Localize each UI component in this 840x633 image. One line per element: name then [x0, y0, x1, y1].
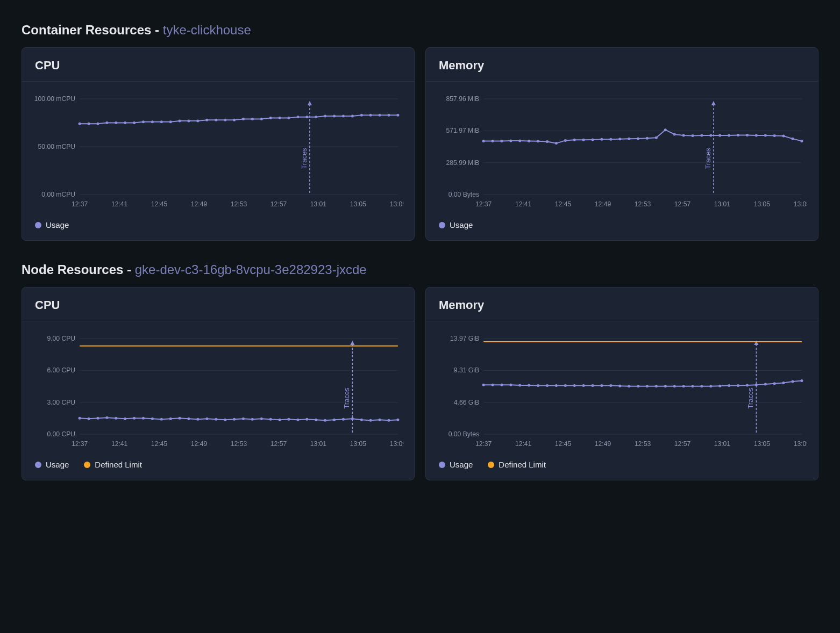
svg-point-197: [618, 385, 621, 387]
svg-point-75: [509, 140, 512, 142]
panel-container_mem: Memory 0.00 Bytes285.99 MiB571.97 MiB857…: [425, 47, 818, 241]
svg-point-42: [305, 116, 308, 118]
svg-point-50: [378, 114, 381, 117]
svg-text:Traces: Traces: [300, 148, 308, 169]
legend-item-usage[interactable]: Usage: [35, 220, 69, 229]
svg-point-183: [492, 384, 494, 386]
svg-text:571.97 MiB: 571.97 MiB: [446, 127, 479, 134]
legend: Usage: [426, 215, 818, 240]
chart-node_mem[interactable]: 0.00 Bytes4.66 GiB9.31 GiB13.97 GiB12:37…: [426, 321, 818, 455]
legend-item-usage[interactable]: Usage: [35, 460, 69, 469]
limit-swatch-icon: [84, 462, 90, 468]
svg-point-210: [737, 384, 739, 387]
svg-text:4.66 GiB: 4.66 GiB: [454, 399, 479, 406]
svg-point-155: [333, 419, 336, 421]
svg-point-29: [187, 119, 190, 122]
svg-text:Traces: Traces: [343, 387, 351, 409]
svg-point-26: [160, 120, 163, 123]
svg-text:13:05: 13:05: [350, 440, 367, 448]
svg-point-186: [518, 384, 521, 386]
svg-point-130: [105, 416, 108, 419]
svg-point-88: [628, 138, 630, 140]
svg-point-36: [251, 118, 254, 120]
svg-point-32: [215, 119, 217, 121]
svg-point-99: [728, 134, 730, 137]
svg-point-191: [564, 384, 567, 387]
svg-text:12:53: 12:53: [231, 200, 247, 208]
chart-container_mem[interactable]: 0.00 Bytes285.99 MiB571.97 MiB857.96 MiB…: [426, 82, 818, 215]
svg-point-142: [215, 418, 217, 421]
svg-point-85: [600, 138, 603, 141]
svg-point-97: [709, 134, 712, 137]
svg-point-204: [682, 385, 685, 387]
svg-point-206: [700, 385, 703, 387]
svg-text:13:05: 13:05: [754, 200, 771, 208]
svg-point-200: [646, 385, 649, 387]
svg-point-80: [555, 142, 558, 145]
panel-header: Memory: [426, 287, 818, 321]
legend-item-limit[interactable]: Defined Limit: [84, 460, 142, 469]
svg-text:12:57: 12:57: [270, 200, 287, 208]
svg-text:12:57: 12:57: [674, 200, 691, 208]
svg-point-139: [187, 418, 190, 420]
svg-point-161: [387, 419, 390, 422]
svg-point-102: [755, 134, 758, 137]
legend-label: Usage: [450, 460, 473, 469]
svg-point-81: [564, 139, 567, 142]
svg-point-78: [537, 140, 539, 142]
legend: Usage Defined Limit: [22, 455, 414, 480]
svg-point-79: [546, 140, 549, 143]
legend: Usage: [22, 215, 414, 240]
svg-point-76: [518, 140, 521, 142]
svg-point-101: [746, 134, 749, 136]
svg-point-100: [737, 134, 739, 136]
svg-text:13:05: 13:05: [350, 200, 367, 208]
svg-point-106: [791, 138, 794, 140]
svg-point-152: [305, 418, 308, 421]
svg-point-135: [151, 418, 154, 420]
svg-text:12:49: 12:49: [595, 440, 611, 448]
section-title-prefix: Node Resources -: [22, 262, 135, 277]
svg-point-83: [582, 139, 585, 141]
svg-point-72: [482, 140, 485, 142]
svg-point-208: [718, 385, 721, 387]
chart-node_cpu[interactable]: 0.00 CPU3.00 CPU6.00 CPU9.00 CPU12:3712:…: [22, 321, 414, 455]
usage-swatch-icon: [35, 222, 41, 228]
legend-label: Usage: [46, 220, 69, 229]
legend-item-usage[interactable]: Usage: [439, 460, 473, 469]
chart-container_cpu[interactable]: 0.00 mCPU50.00 mCPU100.00 mCPU12:3712:41…: [22, 82, 414, 215]
legend-item-usage[interactable]: Usage: [439, 220, 473, 229]
svg-point-145: [242, 418, 245, 420]
panel-header: CPU: [22, 287, 414, 321]
svg-point-149: [279, 419, 281, 421]
svg-point-103: [764, 134, 767, 137]
svg-point-73: [492, 140, 494, 142]
svg-point-184: [500, 384, 503, 386]
svg-point-35: [242, 118, 245, 120]
svg-point-158: [360, 419, 363, 421]
svg-point-46: [342, 115, 345, 118]
svg-point-84: [591, 138, 594, 141]
svg-point-98: [718, 134, 721, 137]
svg-text:13.97 GiB: 13.97 GiB: [450, 335, 479, 342]
svg-point-21: [115, 121, 117, 124]
legend-item-limit[interactable]: Defined Limit: [488, 460, 546, 469]
svg-point-153: [315, 419, 317, 421]
svg-point-127: [79, 417, 81, 420]
svg-point-105: [782, 135, 785, 138]
svg-text:0.00 CPU: 0.00 CPU: [47, 430, 75, 438]
svg-point-198: [628, 385, 630, 387]
svg-point-43: [315, 116, 317, 118]
svg-point-44: [324, 115, 326, 118]
svg-point-82: [573, 139, 576, 141]
svg-text:12:57: 12:57: [270, 440, 287, 448]
svg-point-137: [169, 418, 172, 420]
svg-point-131: [115, 417, 117, 420]
svg-point-92: [664, 128, 667, 131]
svg-text:13:01: 13:01: [714, 440, 731, 448]
svg-text:12:41: 12:41: [111, 440, 128, 448]
svg-point-215: [782, 382, 785, 384]
svg-text:13:09: 13:09: [794, 200, 807, 208]
svg-text:12:37: 12:37: [72, 440, 88, 448]
svg-text:0.00 mCPU: 0.00 mCPU: [41, 191, 75, 198]
